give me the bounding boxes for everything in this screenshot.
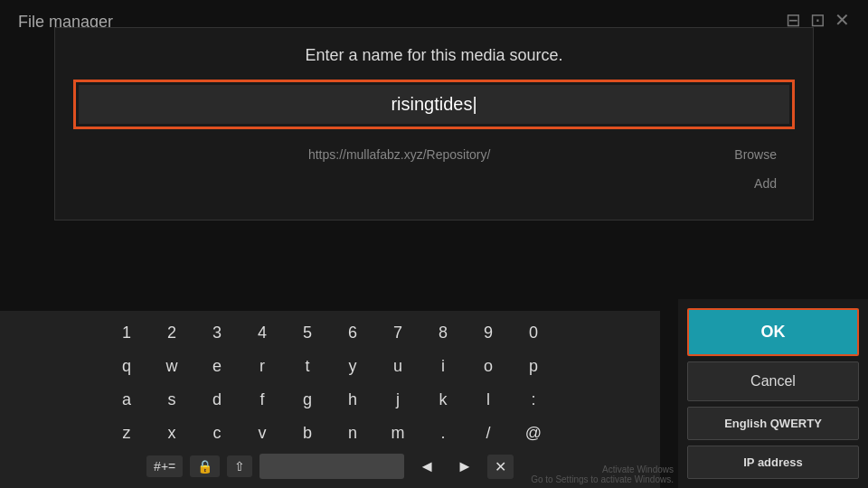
key-t[interactable]: t xyxy=(288,353,327,380)
key-s[interactable]: s xyxy=(152,387,192,413)
key-3[interactable]: 3 xyxy=(197,320,237,346)
key-l[interactable]: l xyxy=(468,387,508,413)
key-f[interactable]: f xyxy=(242,387,282,413)
key-colon[interactable]: : xyxy=(514,387,553,413)
key-7[interactable]: 7 xyxy=(378,320,418,346)
key-2[interactable]: 2 xyxy=(152,320,192,346)
key-m[interactable]: m xyxy=(378,420,418,446)
keyboard-row-zxcv: z x c v b n m . / @ xyxy=(18,420,642,446)
key-j[interactable]: j xyxy=(378,387,418,413)
key-q[interactable]: q xyxy=(107,353,146,380)
windows-notice-line2: Go to Settings to activate Windows. xyxy=(531,474,674,484)
key-backspace[interactable]: ✕ xyxy=(487,455,514,479)
key-0[interactable]: 0 xyxy=(514,320,553,346)
name-input[interactable] xyxy=(79,85,789,124)
key-9[interactable]: 9 xyxy=(468,320,508,346)
name-input-wrapper xyxy=(73,80,795,129)
key-symbols[interactable]: #+= xyxy=(146,455,183,477)
key-z[interactable]: z xyxy=(107,420,146,446)
key-c[interactable]: c xyxy=(197,420,237,446)
key-h[interactable]: h xyxy=(333,387,373,413)
key-lock[interactable]: 🔒 xyxy=(190,455,220,477)
key-slash[interactable]: / xyxy=(468,420,508,446)
virtual-keyboard: 1 2 3 4 5 6 7 8 9 0 q w e r t y u i o p … xyxy=(0,311,660,488)
key-shift[interactable]: ⇧ xyxy=(227,455,252,477)
key-at[interactable]: @ xyxy=(514,420,553,446)
key-a[interactable]: a xyxy=(107,387,146,413)
add-button[interactable]: Add xyxy=(745,173,786,194)
right-panel: OK Cancel English QWERTY IP address xyxy=(678,299,868,488)
windows-activation-notice: Activate Windows Go to Settings to activ… xyxy=(531,465,674,484)
ok-button[interactable]: OK xyxy=(687,308,859,356)
close-icon: ✕ xyxy=(835,9,850,31)
windows-notice-line1: Activate Windows xyxy=(531,465,674,474)
key-k[interactable]: k xyxy=(423,387,463,413)
key-b[interactable]: b xyxy=(288,420,327,446)
key-n[interactable]: n xyxy=(333,420,373,446)
key-arrow-right[interactable]: ► xyxy=(449,455,480,478)
cancel-button[interactable]: Cancel xyxy=(687,361,859,401)
key-8[interactable]: 8 xyxy=(423,320,463,346)
key-y[interactable]: y xyxy=(333,353,373,380)
key-1[interactable]: 1 xyxy=(107,320,146,346)
key-4[interactable]: 4 xyxy=(242,320,282,346)
key-v[interactable]: v xyxy=(242,420,282,446)
key-i[interactable]: i xyxy=(423,353,463,380)
key-e[interactable]: e xyxy=(197,353,237,380)
key-6[interactable]: 6 xyxy=(333,320,373,346)
dialog-title: Enter a name for this media source. xyxy=(73,46,795,65)
key-p[interactable]: p xyxy=(514,353,553,380)
key-u[interactable]: u xyxy=(378,353,418,380)
keyboard-layout-button[interactable]: English QWERTY xyxy=(687,407,859,440)
browse-button[interactable]: Browse xyxy=(725,144,786,165)
key-arrow-left[interactable]: ◄ xyxy=(411,455,442,478)
add-row: Add xyxy=(73,173,795,194)
key-g[interactable]: g xyxy=(288,387,327,413)
media-source-dialog: Enter a name for this media source. http… xyxy=(54,27,814,221)
key-r[interactable]: r xyxy=(242,353,282,380)
url-row: https://mullafabz.xyz/Repository/ Browse xyxy=(73,144,795,165)
key-o[interactable]: o xyxy=(468,353,508,380)
keyboard-row-qwerty: q w e r t y u i o p xyxy=(18,353,642,380)
key-period[interactable]: . xyxy=(423,420,463,446)
key-space[interactable] xyxy=(259,454,404,479)
ip-address-button[interactable]: IP address xyxy=(687,446,859,479)
key-w[interactable]: w xyxy=(152,353,192,380)
url-text: https://mullafabz.xyz/Repository/ xyxy=(82,147,716,162)
keyboard-row-numbers: 1 2 3 4 5 6 7 8 9 0 xyxy=(18,320,642,346)
key-x[interactable]: x xyxy=(152,420,192,446)
key-d[interactable]: d xyxy=(197,387,237,413)
keyboard-row-asdf: a s d f g h j k l : xyxy=(18,387,642,413)
key-5[interactable]: 5 xyxy=(288,320,327,346)
